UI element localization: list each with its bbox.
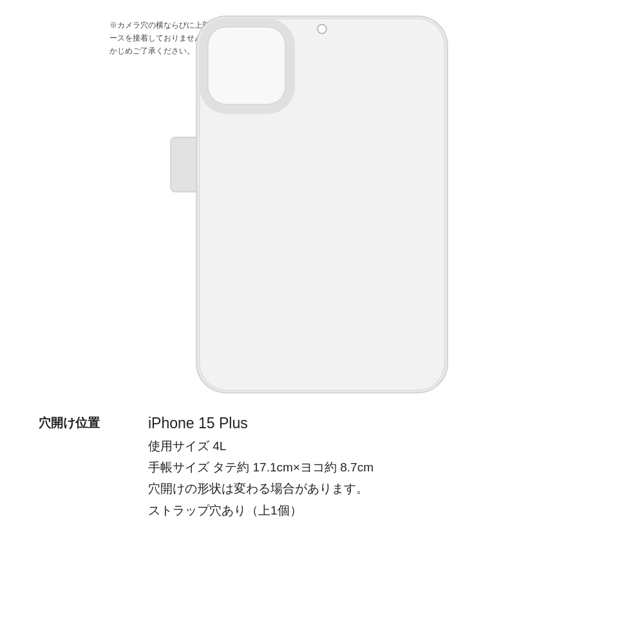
product-strap-note: ストラップ穴あり（上1個） — [148, 501, 374, 520]
info-section: 穴開け位置 iPhone 15 Plus 使用サイズ 4L 手帳サイズ タテ約 … — [0, 412, 644, 520]
product-details: iPhone 15 Plus 使用サイズ 4L 手帳サイズ タテ約 17.1cm… — [148, 412, 374, 520]
svg-point-6 — [317, 24, 327, 33]
product-model: iPhone 15 Plus — [148, 412, 374, 435]
page-container: ※カメラ穴の横ならびに上部はケースを接着しておりません。あらかじめご了承ください… — [0, 0, 644, 644]
hole-position-label: 穴開け位置 — [39, 412, 129, 431]
phone-case-svg: ※カメラ穴の横ならびに上部はケースを接着しておりません。あらかじめご了承ください… — [97, 10, 547, 402]
info-row: 穴開け位置 iPhone 15 Plus 使用サイズ 4L 手帳サイズ タテ約 … — [39, 412, 605, 520]
product-shape-note: 穴開けの形状は変わる場合があります。 — [148, 479, 374, 498]
case-illustration: ※カメラ穴の横ならびに上部はケースを接着しておりません。あらかじめご了承ください… — [0, 0, 644, 412]
product-size: 使用サイズ 4L — [148, 437, 374, 456]
product-dimensions: 手帳サイズ タテ約 17.1cm×ヨコ約 8.7cm — [148, 458, 374, 477]
svg-rect-5 — [208, 27, 285, 104]
